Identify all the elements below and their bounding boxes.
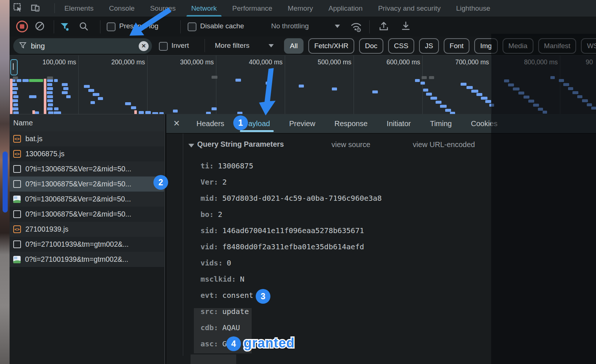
table-row[interactable]: <>bat.js <box>10 131 164 146</box>
overview-time-label: 500,000 ms <box>318 58 351 66</box>
request-name: 271001939.js <box>25 225 68 233</box>
throttling-select[interactable]: No throttling <box>271 22 309 30</box>
main-tabs: ElementsConsoleSourcesNetworkPerformance… <box>57 0 596 17</box>
query-param-row: ti:13006875 <box>201 161 382 171</box>
waterfall-bar <box>47 107 53 110</box>
name-column-header[interactable]: Name <box>10 114 164 132</box>
search-icon[interactable] <box>79 21 89 33</box>
clear-filter-icon[interactable]: ✕ <box>139 41 149 51</box>
network-overview[interactable]: 100,000 ms200,000 ms300,000 ms400,000 ms… <box>10 55 596 114</box>
tab-sources[interactable]: Sources <box>142 0 184 17</box>
tab-performance[interactable]: Performance <box>224 0 280 17</box>
doc-file-icon <box>13 180 21 188</box>
waterfall-bar <box>12 91 17 94</box>
table-row[interactable]: <>13006875.js <box>10 146 164 161</box>
waterfall-bar <box>543 111 547 114</box>
type-filter-media[interactable]: Media <box>503 38 533 54</box>
name-column-label: Name <box>13 119 33 127</box>
type-filter-manifest[interactable]: Manifest <box>538 38 577 54</box>
filter-funnel-icon <box>19 42 26 50</box>
table-row[interactable]: 0?ti=13006875&Ver=2&mid=50... <box>10 192 164 207</box>
network-conditions-icon[interactable] <box>350 21 363 34</box>
tab-network[interactable]: Network <box>184 0 225 17</box>
details-tab-payload[interactable]: Payload <box>234 114 280 133</box>
param-value: G <box>222 339 227 348</box>
overview-gridline <box>354 56 354 114</box>
details-tab-initiator[interactable]: Initiator <box>377 114 421 133</box>
devtools-window: ElementsConsoleSourcesNetworkPerformance… <box>10 0 596 364</box>
overview-time-label: 700,000 ms <box>455 58 489 66</box>
overview-time-label: 800,000 ms <box>524 58 558 66</box>
request-name: 0?ti=271001939&tm=gtm002&... <box>25 240 129 249</box>
type-filter-all[interactable]: All <box>284 38 304 54</box>
tab-lighthouse[interactable]: Lighthouse <box>448 0 498 17</box>
table-row[interactable]: 0?ti=271001939&tm=gtm002&... <box>10 252 164 267</box>
type-filter-fetch-xhr[interactable]: Fetch/XHR <box>308 38 354 54</box>
js-file-icon: <> <box>13 225 21 233</box>
view-url-encoded-link[interactable]: view URL-encoded <box>413 140 475 149</box>
table-row[interactable]: 0?ti=271001939&tm=gtm002&... <box>10 237 164 252</box>
waterfall-bar <box>587 103 592 106</box>
waterfall-bar <box>17 79 21 82</box>
filter-input[interactable]: bing ✕ <box>13 38 152 54</box>
waterfall-bar <box>572 91 578 94</box>
type-filter-doc[interactable]: Doc <box>359 38 383 54</box>
filter-icon[interactable] <box>60 21 70 33</box>
tab-memory[interactable]: Memory <box>280 0 321 17</box>
table-row[interactable]: 0?ti=13006875&Ver=2&mid=50... <box>10 207 164 222</box>
type-filter-img[interactable]: Img <box>474 38 498 54</box>
waterfall-bar <box>54 107 58 110</box>
export-har-icon[interactable] <box>400 21 411 33</box>
details-tab-preview[interactable]: Preview <box>280 114 325 133</box>
waterfall-bar <box>47 76 53 79</box>
import-har-icon[interactable] <box>378 21 389 33</box>
param-key: vids: <box>201 258 223 267</box>
device-toolbar-icon[interactable] <box>30 3 40 14</box>
type-filter-font[interactable]: Font <box>444 38 469 54</box>
waterfall-bar <box>47 83 52 86</box>
details-tab-timing[interactable]: Timing <box>421 114 461 133</box>
inspect-element-icon[interactable] <box>13 3 23 14</box>
more-filters-button[interactable]: More filters <box>215 42 249 50</box>
tab-elements[interactable]: Elements <box>57 0 101 17</box>
waterfall-bar <box>235 79 241 82</box>
param-value: f8480dd0f2a311efba01e35db614aefd <box>222 242 364 251</box>
details-tab-response[interactable]: Response <box>325 114 377 133</box>
invert-filter-checkbox[interactable] <box>159 42 168 51</box>
query-string-parameter-list: ti:13006875Ver:2mid:507d803d-d021-4c59-a… <box>201 161 382 355</box>
record-network-log-button[interactable] <box>16 21 28 32</box>
query-param-row: evt:consent <box>201 290 382 300</box>
section-collapse-icon[interactable] <box>188 144 194 147</box>
overview-drag-handle[interactable] <box>10 59 18 75</box>
type-filter-js[interactable]: JS <box>419 38 439 54</box>
js-file-icon: <> <box>13 135 21 143</box>
devtools-screenshot: ElementsConsoleSourcesNetworkPerformance… <box>0 0 596 364</box>
preserve-log-checkbox[interactable] <box>107 22 116 31</box>
waterfall-bar <box>445 109 451 112</box>
waterfall-bar <box>481 97 487 100</box>
view-source-link[interactable]: view source <box>331 140 370 149</box>
overview-gridline <box>216 56 216 114</box>
close-details-icon[interactable]: ✕ <box>166 114 187 133</box>
request-list: <>bat.js<>13006875.js0?ti=13006875&Ver=2… <box>10 131 164 267</box>
waterfall-bar <box>423 89 428 92</box>
table-row[interactable]: <>271001939.js <box>10 222 164 237</box>
waterfall-bar <box>513 88 519 90</box>
type-filter-ws[interactable]: WS <box>581 38 596 54</box>
param-key: cdb: <box>201 323 218 332</box>
tab-console[interactable]: Console <box>101 0 142 17</box>
clear-network-log-icon[interactable] <box>35 21 45 32</box>
waterfall-bar <box>421 82 425 85</box>
disable-cache-checkbox[interactable] <box>188 22 196 31</box>
table-row[interactable]: 0?ti=13006875&Ver=2&mid=50... <box>10 161 164 176</box>
waterfall-bar <box>489 104 494 107</box>
query-string-parameters-title[interactable]: Query String Parameters <box>197 140 284 149</box>
details-tab-headers[interactable]: Headers <box>187 114 234 133</box>
tab-privacy-and-security[interactable]: Privacy and security <box>370 0 448 17</box>
tab-application[interactable]: Application <box>321 0 370 17</box>
filterbar-separator <box>205 39 205 52</box>
details-tab-cookies[interactable]: Cookies <box>461 114 507 133</box>
type-filter-css[interactable]: CSS <box>388 38 414 54</box>
table-row[interactable]: 0?ti=13006875&Ver=2&mid=50... <box>10 176 164 192</box>
overview-gridline <box>560 56 560 114</box>
